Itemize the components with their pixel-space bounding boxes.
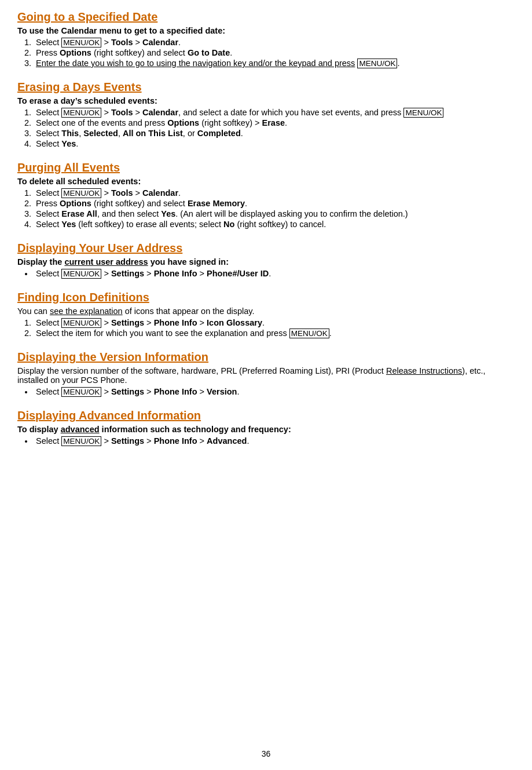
list-item: Select MENU/OK > Settings > Phone Info >… <box>34 387 515 396</box>
list-item: Select Yes (left softkey) to erase all e… <box>34 220 515 229</box>
page-number: 36 <box>0 749 532 758</box>
menu-key: MENU/OK <box>357 59 397 68</box>
section-purging-all-events: Purging All Events To delete all schedul… <box>17 161 515 229</box>
section-intro-version: Display the version number of the softwa… <box>17 366 515 385</box>
list-item: Press Options (right softkey) and select… <box>34 48 515 57</box>
section-intro-icon-definitions: You can see the explanation of icons tha… <box>17 306 515 316</box>
section-displaying-user-address: Displaying Your User Address Display the… <box>17 242 515 278</box>
menu-key: MENU/OK <box>61 387 101 397</box>
going-steps-list: Select MENU/OK > Tools > Calendar. Press… <box>34 38 515 68</box>
advanced-list: Select MENU/OK > Settings > Phone Info >… <box>34 436 515 446</box>
menu-key: MENU/OK <box>61 108 101 118</box>
menu-key: MENU/OK <box>61 188 101 198</box>
list-item: Enter the date you wish to go to using t… <box>34 59 515 68</box>
list-item: Select the item for which you want to se… <box>34 329 515 338</box>
list-item: Select one of the events and press Optio… <box>34 118 515 127</box>
list-item: Select This, Selected, All on This List,… <box>34 129 515 138</box>
section-version-information: Displaying the Version Information Displ… <box>17 351 515 396</box>
section-title-user-address: Displaying Your User Address <box>17 242 515 255</box>
section-title-icon-definitions: Finding Icon Definitions <box>17 291 515 304</box>
list-item: Select MENU/OK > Tools > Calendar, and s… <box>34 108 515 117</box>
list-item: Select MENU/OK > Tools > Calendar. <box>34 38 515 47</box>
section-intro-advanced: To display advanced information such as … <box>17 425 515 434</box>
section-title-version: Displaying the Version Information <box>17 351 515 364</box>
icon-definitions-list: Select MENU/OK > Settings > Phone Info >… <box>34 318 515 338</box>
list-item: Press Options (right softkey) and select… <box>34 199 515 208</box>
list-item: Select Erase All, and then select Yes. (… <box>34 209 515 218</box>
purging-steps-list: Select MENU/OK > Tools > Calendar. Press… <box>34 188 515 229</box>
section-intro-going: To use the Calendar menu to get to a spe… <box>17 26 515 35</box>
section-erasing-days-events: Erasing a Days Events To erase a day’s s… <box>17 81 515 148</box>
list-item: Select MENU/OK > Settings > Phone Info >… <box>34 318 515 327</box>
menu-key: MENU/OK <box>289 329 329 338</box>
menu-key: MENU/OK <box>61 318 101 328</box>
list-item: Select MENU/OK > Settings > Phone Info >… <box>34 436 515 446</box>
menu-key: MENU/OK <box>61 38 101 48</box>
section-intro-user-address: Display the current user address you hav… <box>17 257 515 267</box>
section-title-purging: Purging All Events <box>17 161 515 174</box>
list-item: Select MENU/OK > Tools > Calendar. <box>34 188 515 198</box>
menu-key: MENU/OK <box>61 269 101 279</box>
section-title-erasing: Erasing a Days Events <box>17 81 515 94</box>
list-item: Select Yes. <box>34 139 515 148</box>
section-intro-purging: To delete all scheduled events: <box>17 177 515 186</box>
user-address-list: Select MENU/OK > Settings > Phone Info >… <box>34 269 515 278</box>
menu-key: MENU/OK <box>403 108 443 118</box>
section-advanced-information: Displaying Advanced Information To displ… <box>17 409 515 446</box>
list-item: Select MENU/OK > Settings > Phone Info >… <box>34 269 515 278</box>
section-going-to-specified-date: Going to a Specified Date To use the Cal… <box>17 10 515 68</box>
erasing-steps-list: Select MENU/OK > Tools > Calendar, and s… <box>34 108 515 148</box>
section-finding-icon-definitions: Finding Icon Definitions You can see the… <box>17 291 515 338</box>
menu-key: MENU/OK <box>61 436 101 446</box>
section-intro-erasing: To erase a day’s scheduled events: <box>17 96 515 105</box>
section-title-going: Going to a Specified Date <box>17 10 515 24</box>
section-title-advanced: Displaying Advanced Information <box>17 409 515 422</box>
version-list: Select MENU/OK > Settings > Phone Info >… <box>34 387 515 396</box>
